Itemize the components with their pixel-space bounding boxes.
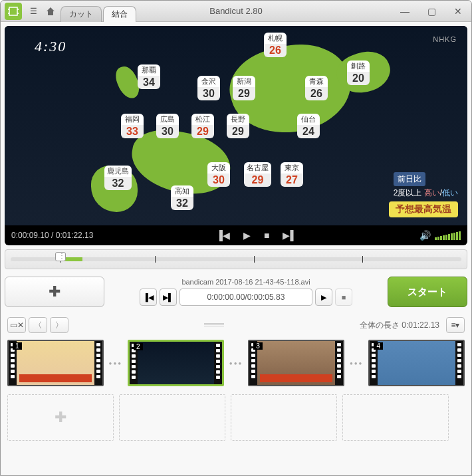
move-left-button[interactable]: 〈: [29, 317, 47, 333]
clip-connector: ●●●: [350, 360, 364, 366]
clip-3[interactable]: 3: [248, 340, 344, 386]
home-button[interactable]: [42, 3, 59, 20]
city-那覇: 那覇34: [138, 64, 160, 89]
start-button[interactable]: スタート: [388, 277, 467, 307]
drag-handle-icon: [204, 323, 224, 327]
list-menu-button[interactable]: ≡▾: [446, 317, 465, 333]
clip-4[interactable]: 4: [368, 340, 465, 386]
timeline-handle[interactable]: [55, 252, 66, 261]
prev-button[interactable]: ▐◀: [216, 230, 230, 241]
clip-connector: ●●●: [109, 360, 123, 366]
add-file-button[interactable]: ✚: [5, 277, 104, 307]
city-釧路: 釧路20: [347, 60, 370, 85]
city-仙台: 仙台24: [297, 114, 320, 138]
timeline[interactable]: [5, 249, 467, 269]
window-title: Bandicut 2.80: [209, 6, 263, 16]
range-start-button[interactable]: ▐◀: [140, 289, 157, 306]
empty-slot: [342, 394, 449, 441]
empty-slot-add[interactable]: ✚: [7, 394, 114, 441]
city-鹿児島: 鹿児島32: [104, 166, 132, 190]
stop-range-button[interactable]: ■: [335, 289, 352, 306]
city-札幌: 札幌26: [264, 33, 287, 57]
file-name: bandicam 2017-08-16 21-43-45-118.avi: [181, 278, 310, 286]
preview-panel: 4:30 NHKG 札幌26釧路20那覇34青森26金沢30新潟29福岡33広島…: [5, 26, 467, 245]
total-length: 全体の長さ 0:01:22.13: [360, 320, 439, 331]
clip-1[interactable]: 1: [7, 340, 104, 386]
svg-rect-4: [17, 13, 19, 14]
next-button[interactable]: ▶▌: [283, 230, 296, 241]
city-名古屋: 名古屋29: [244, 162, 271, 187]
city-広島: 広島30: [156, 114, 179, 138]
tab-join[interactable]: 結合: [103, 6, 136, 22]
volume-level[interactable]: [435, 231, 461, 240]
city-長野: 長野29: [227, 114, 249, 138]
city-青森: 青森26: [305, 76, 328, 100]
city-東京: 東京27: [281, 162, 303, 187]
svg-rect-2: [8, 13, 9, 14]
play-button[interactable]: ▶: [243, 230, 251, 241]
svg-rect-1: [8, 9, 9, 10]
video-frame[interactable]: 4:30 NHKG 札幌26釧路20那覇34青森26金沢30新潟29福岡33広島…: [5, 26, 467, 225]
range-end-button[interactable]: ▶▌: [160, 289, 177, 306]
stop-button[interactable]: ■: [264, 230, 269, 241]
play-range-button[interactable]: ▶: [315, 289, 332, 306]
close-button[interactable]: ✕: [445, 3, 471, 19]
move-right-button[interactable]: 〉: [50, 317, 68, 333]
city-福岡: 福岡33: [121, 114, 144, 138]
forecast-title: 予想最高気温: [389, 201, 458, 217]
city-金沢: 金沢30: [197, 76, 220, 100]
city-松江: 松江29: [191, 114, 214, 138]
remove-clip-button[interactable]: ▭✕: [7, 317, 26, 333]
svg-rect-3: [17, 9, 19, 10]
city-大阪: 大阪30: [207, 162, 230, 187]
tab-cut[interactable]: カット: [60, 6, 102, 22]
clip-2[interactable]: 2: [128, 340, 224, 386]
volume-icon[interactable]: 🔊: [419, 230, 431, 241]
time-display: 0:00:09.10 / 0:01:22.13: [11, 231, 93, 240]
empty-slot: [231, 394, 337, 441]
app-icon: [5, 3, 22, 20]
city-新潟: 新潟29: [233, 76, 255, 100]
legend: 前日比 2度以上 高い/低い: [394, 172, 458, 199]
empty-slot: [119, 394, 225, 441]
minimize-button[interactable]: —: [392, 3, 418, 19]
svg-rect-0: [9, 7, 17, 15]
clip-connector: ●●●: [229, 360, 243, 366]
menu-button[interactable]: ☰: [25, 3, 42, 20]
city-高知: 高知32: [171, 185, 193, 210]
range-input[interactable]: 0:00:00.00 / 0:00:05.83: [179, 289, 312, 306]
maximize-button[interactable]: ▢: [418, 3, 445, 19]
